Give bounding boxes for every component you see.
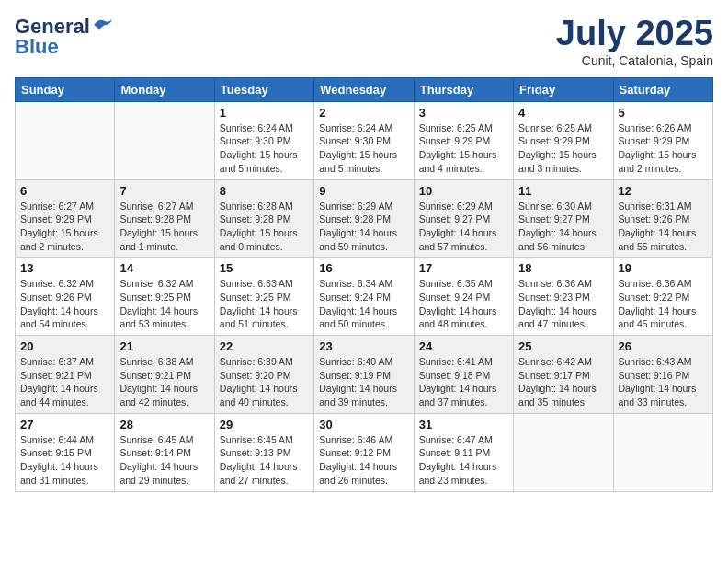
calendar-day-cell: 3Sunrise: 6:25 AM Sunset: 9:29 PM Daylig… [414,101,513,179]
day-info: Sunrise: 6:26 AM Sunset: 9:29 PM Dayligh… [619,121,708,176]
calendar-day-cell: 16Sunrise: 6:34 AM Sunset: 9:24 PM Dayli… [314,258,414,336]
logo-text-blue: Blue [15,35,59,59]
day-info: Sunrise: 6:32 AM Sunset: 9:25 PM Dayligh… [119,277,209,331]
day-info: Sunrise: 6:24 AM Sunset: 9:30 PM Dayligh… [319,121,408,176]
calendar-day-cell: 20Sunrise: 6:37 AM Sunset: 9:21 PM Dayli… [16,336,115,414]
day-info: Sunrise: 6:42 AM Sunset: 9:17 PM Dayligh… [518,355,608,409]
day-info: Sunrise: 6:41 AM Sunset: 9:18 PM Dayligh… [419,355,508,409]
day-number: 6 [20,184,109,198]
calendar-day-cell: 1Sunrise: 6:24 AM Sunset: 9:30 PM Daylig… [214,101,313,179]
day-number: 5 [619,106,708,120]
day-number: 14 [119,261,209,275]
day-number: 11 [518,184,608,198]
day-info: Sunrise: 6:44 AM Sunset: 9:15 PM Dayligh… [20,433,109,488]
calendar-day-cell [514,413,613,491]
day-info: Sunrise: 6:33 AM Sunset: 9:25 PM Dayligh… [220,277,309,331]
day-number: 4 [518,106,608,120]
calendar-table: SundayMondayTuesdayWednesdayThursdayFrid… [15,77,713,492]
day-number: 17 [419,261,508,275]
day-info: Sunrise: 6:36 AM Sunset: 9:23 PM Dayligh… [518,277,608,331]
calendar-day-cell: 15Sunrise: 6:33 AM Sunset: 9:25 PM Dayli… [214,258,313,336]
day-info: Sunrise: 6:27 AM Sunset: 9:28 PM Dayligh… [119,200,209,254]
calendar-day-cell: 7Sunrise: 6:27 AM Sunset: 9:28 PM Daylig… [115,179,214,258]
calendar-day-cell: 12Sunrise: 6:31 AM Sunset: 9:26 PM Dayli… [613,179,712,258]
title-area: July 2025 Cunit, Catalonia, Spain [556,15,713,68]
calendar-day-cell: 18Sunrise: 6:36 AM Sunset: 9:23 PM Dayli… [514,258,613,336]
calendar-day-cell: 10Sunrise: 6:29 AM Sunset: 9:27 PM Dayli… [414,179,513,258]
day-number: 10 [419,184,508,198]
day-info: Sunrise: 6:24 AM Sunset: 9:30 PM Dayligh… [220,121,309,176]
day-number: 7 [119,184,209,198]
calendar-header: SundayMondayTuesdayWednesdayThursdayFrid… [16,77,713,101]
day-number: 24 [419,339,508,353]
calendar-week-row: 1Sunrise: 6:24 AM Sunset: 9:30 PM Daylig… [16,101,713,179]
day-number: 31 [419,418,508,431]
calendar-day-cell: 14Sunrise: 6:32 AM Sunset: 9:25 PM Dayli… [115,258,214,336]
calendar-week-row: 13Sunrise: 6:32 AM Sunset: 9:26 PM Dayli… [16,258,713,336]
day-number: 26 [619,339,708,353]
day-number: 30 [319,418,408,431]
day-number: 13 [20,261,109,275]
day-number: 19 [619,261,708,275]
day-info: Sunrise: 6:47 AM Sunset: 9:11 PM Dayligh… [419,433,508,488]
day-info: Sunrise: 6:39 AM Sunset: 9:20 PM Dayligh… [220,355,309,409]
weekday-header-friday: Friday [514,77,613,101]
calendar-day-cell: 29Sunrise: 6:45 AM Sunset: 9:13 PM Dayli… [214,413,313,491]
day-info: Sunrise: 6:43 AM Sunset: 9:16 PM Dayligh… [619,355,708,409]
calendar-week-row: 27Sunrise: 6:44 AM Sunset: 9:15 PM Dayli… [16,413,713,491]
day-info: Sunrise: 6:36 AM Sunset: 9:22 PM Dayligh… [619,277,708,331]
location-subtitle: Cunit, Catalonia, Spain [556,53,713,68]
day-number: 23 [319,339,408,353]
calendar-day-cell: 31Sunrise: 6:47 AM Sunset: 9:11 PM Dayli… [414,413,513,491]
calendar-day-cell: 26Sunrise: 6:43 AM Sunset: 9:16 PM Dayli… [613,336,712,414]
header: General Blue July 2025 Cunit, Catalonia,… [15,15,713,68]
weekday-header-thursday: Thursday [414,77,513,101]
calendar-day-cell: 13Sunrise: 6:32 AM Sunset: 9:26 PM Dayli… [16,258,115,336]
logo: General Blue [15,15,112,59]
weekday-header-row: SundayMondayTuesdayWednesdayThursdayFrid… [16,77,713,101]
day-info: Sunrise: 6:27 AM Sunset: 9:29 PM Dayligh… [20,200,109,254]
day-number: 18 [518,261,608,275]
day-info: Sunrise: 6:37 AM Sunset: 9:21 PM Dayligh… [20,355,109,409]
day-info: Sunrise: 6:46 AM Sunset: 9:12 PM Dayligh… [319,433,408,488]
logo-bird-icon [92,17,112,32]
calendar-day-cell: 2Sunrise: 6:24 AM Sunset: 9:30 PM Daylig… [314,101,414,179]
calendar-day-cell [613,413,712,491]
day-number: 3 [419,106,508,120]
day-info: Sunrise: 6:35 AM Sunset: 9:24 PM Dayligh… [419,277,508,331]
calendar-day-cell: 27Sunrise: 6:44 AM Sunset: 9:15 PM Dayli… [16,413,115,491]
day-number: 8 [220,184,309,198]
calendar-day-cell: 22Sunrise: 6:39 AM Sunset: 9:20 PM Dayli… [214,336,313,414]
calendar-day-cell: 8Sunrise: 6:28 AM Sunset: 9:28 PM Daylig… [214,179,313,258]
weekday-header-sunday: Sunday [16,77,115,101]
calendar-week-row: 6Sunrise: 6:27 AM Sunset: 9:29 PM Daylig… [16,179,713,258]
day-info: Sunrise: 6:29 AM Sunset: 9:28 PM Dayligh… [319,200,408,254]
calendar-day-cell: 23Sunrise: 6:40 AM Sunset: 9:19 PM Dayli… [314,336,414,414]
day-number: 29 [220,418,309,431]
calendar-day-cell: 9Sunrise: 6:29 AM Sunset: 9:28 PM Daylig… [314,179,414,258]
calendar-day-cell: 25Sunrise: 6:42 AM Sunset: 9:17 PM Dayli… [514,336,613,414]
day-info: Sunrise: 6:38 AM Sunset: 9:21 PM Dayligh… [119,355,209,409]
day-number: 21 [119,339,209,353]
weekday-header-tuesday: Tuesday [214,77,313,101]
day-info: Sunrise: 6:31 AM Sunset: 9:26 PM Dayligh… [619,200,708,254]
day-number: 25 [518,339,608,353]
calendar-day-cell: 5Sunrise: 6:26 AM Sunset: 9:29 PM Daylig… [613,101,712,179]
calendar-day-cell: 17Sunrise: 6:35 AM Sunset: 9:24 PM Dayli… [414,258,513,336]
calendar-day-cell [16,101,115,179]
day-info: Sunrise: 6:25 AM Sunset: 9:29 PM Dayligh… [518,121,608,176]
day-number: 15 [220,261,309,275]
day-info: Sunrise: 6:28 AM Sunset: 9:28 PM Dayligh… [220,200,309,254]
calendar-day-cell: 19Sunrise: 6:36 AM Sunset: 9:22 PM Dayli… [613,258,712,336]
calendar-day-cell: 11Sunrise: 6:30 AM Sunset: 9:27 PM Dayli… [514,179,613,258]
calendar-body: 1Sunrise: 6:24 AM Sunset: 9:30 PM Daylig… [16,101,713,491]
calendar-week-row: 20Sunrise: 6:37 AM Sunset: 9:21 PM Dayli… [16,336,713,414]
day-number: 27 [20,418,109,431]
day-info: Sunrise: 6:32 AM Sunset: 9:26 PM Dayligh… [20,277,109,331]
weekday-header-wednesday: Wednesday [314,77,414,101]
calendar-day-cell: 6Sunrise: 6:27 AM Sunset: 9:29 PM Daylig… [16,179,115,258]
calendar-day-cell: 30Sunrise: 6:46 AM Sunset: 9:12 PM Dayli… [314,413,414,491]
day-info: Sunrise: 6:40 AM Sunset: 9:19 PM Dayligh… [319,355,408,409]
day-number: 20 [20,339,109,353]
calendar-day-cell [115,101,214,179]
